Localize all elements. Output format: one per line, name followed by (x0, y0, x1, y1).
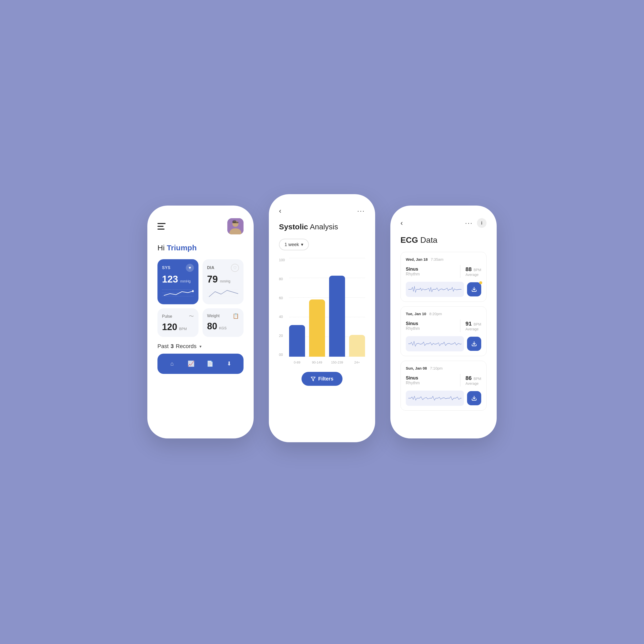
ecg-divider-0 (460, 265, 460, 278)
ecg-title: ECG Data (400, 235, 487, 245)
weight-value: 80 (207, 321, 217, 331)
phone-3: ‹ ··· i ECG Data Wed, Jan 18 7:35am Sinu… (390, 206, 497, 438)
ecg-waveform-0 (406, 282, 464, 297)
download-dot-0 (479, 281, 482, 284)
dia-value: 79 (207, 274, 218, 285)
phone-1: Hi Triumph SYS ♥ 123 mmHg (147, 206, 254, 438)
ecg-record-0: Wed, Jan 18 7:35am Sinus Rhythm 88 BPM A… (400, 252, 487, 302)
dropdown-chevron-icon: ▾ (301, 242, 303, 247)
phone3-header: ‹ ··· i (400, 218, 487, 228)
ecg-date-1: Tue, Jan 10 8:20pm (406, 312, 481, 316)
heart-icon[interactable]: ♥ (186, 264, 194, 272)
week-dropdown[interactable]: 1 week ▾ (279, 239, 309, 250)
weight-card: Weight 📋 80 KGS (203, 308, 244, 337)
weight-unit: KGS (219, 326, 227, 330)
ecg-bpm-1: 91 BPM Average (466, 320, 481, 331)
heart-outline-icon[interactable]: ♡ (231, 264, 239, 272)
avatar[interactable] (227, 218, 244, 234)
pulse-card: Pulse 〜 120 BPM (157, 308, 198, 337)
download-icon-1 (471, 341, 477, 347)
chart-bars (289, 258, 365, 357)
pulse-label: Pulse (162, 314, 172, 319)
bar-0-89 (289, 258, 305, 357)
ecg-date-2: Sun, Jan 08 7:10pm (406, 366, 481, 370)
pulse-value: 120 (162, 322, 177, 332)
ecg-bpm-0: 88 BPM Average (466, 266, 481, 277)
ecg-divider-1 (460, 319, 460, 332)
nav-stats-icon[interactable]: 📈 (186, 358, 197, 369)
weight-icon: 📋 (233, 313, 239, 319)
ecg-date-0: Wed, Jan 18 7:35am (406, 257, 481, 261)
dia-unit: mmHg (220, 279, 230, 283)
sys-mini-chart (162, 287, 194, 299)
phone-2: ‹ ··· Systolic Analysis 1 week ▾ 00 20 4… (269, 194, 375, 442)
more-options-button-p3[interactable]: ··· (465, 219, 473, 227)
bar-24plus (349, 258, 365, 357)
weight-label: Weight (207, 314, 220, 318)
greeting-text: Hi Triumph (157, 244, 244, 252)
phone1-header (157, 218, 244, 234)
chart-x-labels: 0-89 90-149 150-239 24+ (289, 360, 365, 364)
ecg-wave-row-0 (406, 282, 481, 297)
dia-card: DIA ♡ 79 mmHg (203, 259, 244, 304)
bar-150-239 (329, 258, 345, 357)
phone2-header: ‹ ··· (279, 207, 365, 215)
ecg-wave-row-2 (406, 391, 481, 406)
top-cards-row: SYS ♥ 123 mmHg DIA ♡ (157, 259, 244, 304)
analysis-title: Systolic Analysis (279, 223, 365, 231)
ecg-waveform-2 (406, 391, 464, 406)
nav-document-icon[interactable]: 📄 (205, 358, 216, 369)
pulse-icon: 〜 (189, 313, 194, 320)
bar-90-149 (309, 258, 325, 357)
dia-mini-chart (207, 287, 239, 299)
back-button[interactable]: ‹ (279, 207, 281, 215)
filter-icon (311, 376, 316, 381)
nav-download-icon[interactable]: ⬇ (224, 358, 235, 369)
sys-card: SYS ♥ 123 mmHg (157, 259, 198, 304)
ecg-download-button-1[interactable] (467, 337, 481, 351)
sys-value: 123 (162, 274, 178, 285)
hamburger-menu[interactable] (157, 223, 166, 230)
ecg-rhythm-2: Sinus Rhythm (406, 375, 455, 385)
download-icon-0 (471, 287, 477, 292)
sys-label: SYS (162, 266, 171, 270)
past-records-header[interactable]: Past 3 Records ▾ (157, 343, 244, 350)
ecg-record-2: Sun, Jan 08 7:10pm Sinus Rhythm 86 BPM A… (400, 361, 487, 411)
ecg-rhythm-0: Sinus Rhythm (406, 267, 455, 276)
more-options-button[interactable]: ··· (357, 207, 365, 215)
filters-button[interactable]: Filters (301, 372, 343, 386)
bottom-nav: ⌂ 📈 📄 ⬇ (157, 354, 244, 374)
svg-rect-3 (232, 220, 236, 223)
info-button[interactable]: i (477, 218, 487, 228)
pulse-unit: BPM (179, 327, 187, 331)
ecg-waveform-1 (406, 336, 464, 351)
ecg-divider-2 (460, 374, 460, 387)
ecg-download-button-2[interactable] (467, 391, 481, 405)
chart-y-labels: 00 20 40 60 80 100 (279, 258, 288, 357)
svg-point-7 (192, 290, 194, 292)
ecg-bpm-2: 86 BPM Average (466, 375, 481, 386)
chevron-down-icon: ▾ (199, 344, 202, 349)
bar-chart: 00 20 40 60 80 100 0-89 90-149 (279, 258, 365, 364)
download-icon-2 (471, 395, 477, 401)
nav-home-icon[interactable]: ⌂ (167, 358, 178, 369)
ecg-download-button-0[interactable] (467, 282, 481, 296)
sys-unit: mmHg (180, 279, 191, 283)
ecg-rhythm-1: Sinus Rhythm (406, 321, 455, 331)
svg-marker-11 (311, 377, 315, 381)
ecg-record-1: Tue, Jan 10 8:20pm Sinus Rhythm 91 BPM A… (400, 306, 487, 356)
dia-label: DIA (207, 266, 214, 270)
back-button-p3[interactable]: ‹ (400, 219, 403, 227)
bottom-cards-row: Pulse 〜 120 BPM Weight 📋 80 KGS (157, 308, 244, 337)
ecg-wave-row-1 (406, 336, 481, 351)
